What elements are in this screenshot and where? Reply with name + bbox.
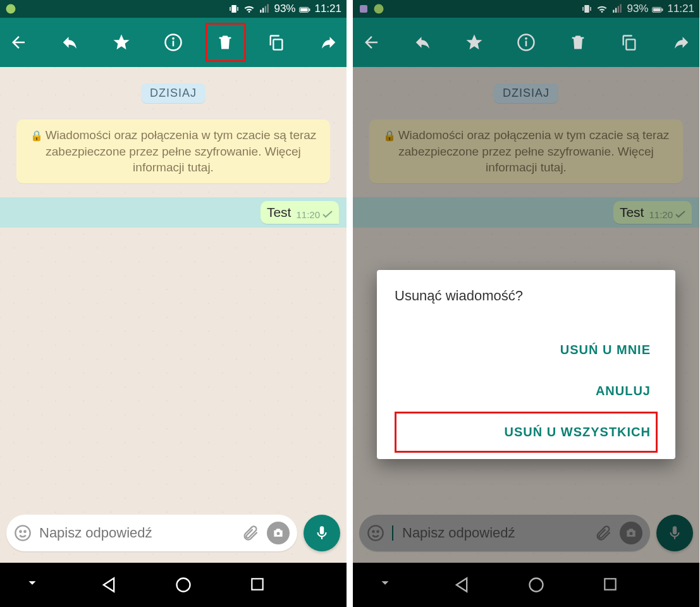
emoji-icon[interactable] <box>14 524 32 542</box>
message-text: Test <box>267 205 292 220</box>
status-bar: 93% 11:21 <box>353 0 699 18</box>
signal-icon <box>611 3 623 15</box>
attach-icon[interactable] <box>242 524 259 542</box>
camera-icon[interactable] <box>267 522 290 544</box>
nav-home-icon[interactable] <box>175 576 192 594</box>
svg-rect-6 <box>265 6 266 13</box>
svg-point-18 <box>277 532 280 535</box>
nav-back-icon[interactable] <box>100 576 118 594</box>
back-icon[interactable] <box>362 33 381 52</box>
message-bubble: Test 11:20 <box>261 201 339 224</box>
message-input[interactable] <box>39 525 234 541</box>
encryption-notice[interactable]: 🔒Wiadomości oraz połączenia w tym czacie… <box>16 120 330 183</box>
nav-info-icon[interactable] <box>378 576 396 594</box>
svg-rect-2 <box>230 7 231 11</box>
delete-icon[interactable] <box>568 33 587 52</box>
status-bar: 93% 11:21 <box>0 0 347 18</box>
app-bar <box>0 18 347 67</box>
app-pill-icon-2 <box>358 3 369 15</box>
svg-rect-25 <box>585 5 590 13</box>
message-row[interactable]: Test 11:20 <box>0 197 347 228</box>
svg-rect-14 <box>274 39 283 49</box>
delete-icon[interactable] <box>216 33 235 52</box>
app-pill-icon <box>373 3 384 15</box>
phone-left: 93% 11:21 DZISIAJ <box>0 0 347 607</box>
wifi-icon <box>596 3 608 15</box>
app-pill-icon <box>5 3 16 15</box>
copy-icon[interactable] <box>620 33 639 52</box>
svg-rect-28 <box>613 10 615 13</box>
svg-rect-9 <box>300 8 308 11</box>
nav-home-icon[interactable] <box>527 576 545 594</box>
nav-recent-icon[interactable] <box>249 576 267 594</box>
svg-rect-33 <box>653 8 661 11</box>
chat-area: DZISIAJ 🔒Wiadomości oraz połączenia w ty… <box>353 67 699 563</box>
chat-area: DZISIAJ 🔒Wiadomości oraz połączenia w ty… <box>0 67 347 563</box>
svg-rect-29 <box>615 8 617 13</box>
svg-point-37 <box>525 37 527 40</box>
reply-icon[interactable] <box>61 33 80 52</box>
nav-recent-icon[interactable] <box>602 576 620 594</box>
star-icon[interactable] <box>465 33 484 52</box>
check-icon <box>322 211 333 218</box>
svg-rect-3 <box>238 7 239 11</box>
input-pill[interactable] <box>6 515 297 551</box>
input-row <box>0 511 347 563</box>
clock-time: 11:21 <box>314 3 341 15</box>
back-icon[interactable] <box>9 33 28 52</box>
svg-rect-4 <box>261 10 262 13</box>
svg-marker-20 <box>104 579 114 592</box>
battery-icon <box>299 3 310 15</box>
lock-icon: 🔒 <box>30 130 43 141</box>
svg-rect-10 <box>309 9 310 11</box>
delete-for-all-button[interactable]: USUŃ U WSZYSTKICH <box>395 412 658 453</box>
svg-rect-46 <box>605 579 615 589</box>
svg-rect-22 <box>252 579 262 589</box>
svg-rect-38 <box>627 39 636 49</box>
svg-rect-23 <box>360 5 367 13</box>
battery-percent: 93% <box>627 3 648 15</box>
svg-rect-1 <box>232 5 237 13</box>
battery-icon <box>652 3 663 15</box>
dialog-title: Usunąć wiadomość? <box>395 288 658 304</box>
svg-marker-44 <box>457 579 467 592</box>
forward-icon[interactable] <box>319 33 338 52</box>
svg-point-45 <box>530 579 543 592</box>
nav-bar <box>0 563 347 607</box>
cancel-button[interactable]: ANULUJ <box>395 371 658 412</box>
svg-point-17 <box>24 531 25 532</box>
svg-rect-31 <box>620 4 622 13</box>
forward-icon[interactable] <box>672 33 691 52</box>
delete-dialog: Usunąć wiadomość? USUŃ U MNIE ANULUJ USU… <box>377 270 675 459</box>
wifi-icon <box>243 3 255 15</box>
svg-point-15 <box>15 525 30 540</box>
svg-point-0 <box>6 4 16 14</box>
svg-rect-34 <box>662 9 663 11</box>
app-bar <box>353 18 699 67</box>
reply-icon[interactable] <box>414 33 433 52</box>
mic-button[interactable] <box>304 515 340 551</box>
battery-percent: 93% <box>274 3 295 15</box>
vibrate-icon <box>581 3 593 15</box>
svg-rect-26 <box>583 7 584 11</box>
nav-back-icon[interactable] <box>453 576 470 594</box>
date-chip: DZISIAJ <box>141 83 206 103</box>
nav-bar <box>353 563 699 607</box>
svg-point-13 <box>172 37 175 40</box>
delete-for-me-button[interactable]: USUŃ U MNIE <box>395 329 658 371</box>
svg-rect-30 <box>618 6 619 13</box>
star-icon[interactable] <box>112 33 131 52</box>
nav-info-icon[interactable] <box>25 576 43 594</box>
svg-point-21 <box>177 579 190 592</box>
info-icon[interactable] <box>164 33 183 52</box>
clock-time: 11:21 <box>667 3 694 15</box>
signal-icon <box>259 3 270 15</box>
message-time: 11:20 <box>296 209 320 220</box>
phone-right: 93% 11:21 DZISIAJ <box>353 0 699 607</box>
svg-rect-7 <box>267 4 269 13</box>
info-icon[interactable] <box>517 33 536 52</box>
svg-point-16 <box>20 531 21 532</box>
copy-icon[interactable] <box>267 33 286 52</box>
svg-point-24 <box>374 4 384 14</box>
svg-marker-43 <box>382 581 389 585</box>
